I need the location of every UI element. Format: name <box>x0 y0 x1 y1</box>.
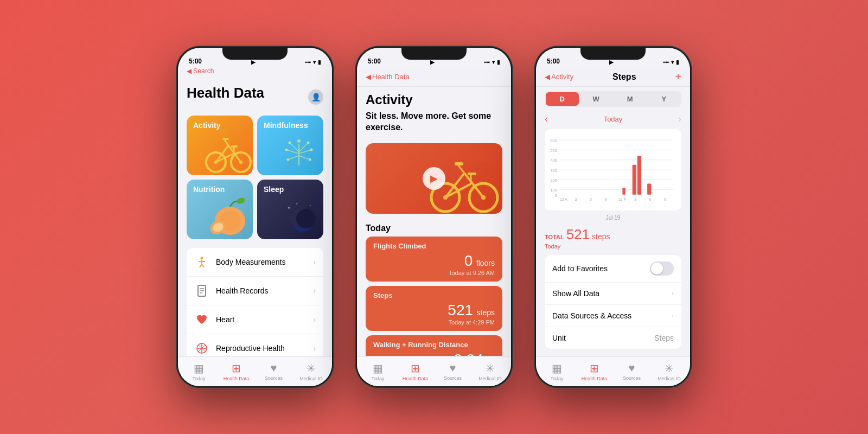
tab-medical-3[interactable]: ✳ Medical ID <box>650 362 688 381</box>
tab-sources-3[interactable]: ♥ Sources <box>613 362 650 381</box>
heart-icon <box>194 312 209 327</box>
sleep-icon: ★ ★ ★ <box>282 198 320 236</box>
bike-icon <box>204 132 253 175</box>
category-activity[interactable]: Activity <box>187 116 253 175</box>
svg-text:500: 500 <box>550 148 557 153</box>
tab-today-2[interactable]: ▦ Today <box>359 362 397 381</box>
tab-sources-label-1: Sources <box>265 375 283 381</box>
svg-text:12 P: 12 P <box>618 197 627 201</box>
tab-sources-1[interactable]: ♥ Sources <box>255 362 292 381</box>
tab-health-2[interactable]: ⊞ Health Data <box>397 362 434 381</box>
date-forward-arrow[interactable]: › <box>678 113 681 125</box>
data-sources-right: › <box>672 312 674 320</box>
svg-line-21 <box>290 156 299 159</box>
chart-svg: 600 500 400 300 200 100 0 12 A 3 6 9 12 … <box>549 133 677 206</box>
svg-line-40 <box>202 264 204 267</box>
options-section: Add to Favorites Show All Data › Data So… <box>545 255 681 349</box>
signal-icon: ▪▪▪ <box>305 59 311 65</box>
back-arrow-1[interactable]: ◀ Search <box>187 67 214 75</box>
back-btn-2[interactable]: ◀ Health Data <box>366 73 410 81</box>
tab-sources-icon-3: ♥ <box>629 362 635 374</box>
list-item-repro[interactable]: Reproductive Health › <box>187 334 323 356</box>
tab-medical-icon-2: ✳ <box>486 362 495 375</box>
unit-right: Steps <box>654 334 674 342</box>
profile-icon[interactable]: 👤 <box>308 90 323 105</box>
tab-health-3[interactable]: ⊞ Health Data <box>576 362 613 381</box>
mindfulness-label: Mindfulness <box>264 121 308 130</box>
category-nutrition[interactable]: Nutrition <box>187 180 253 239</box>
time-1: 5:00 <box>189 58 202 65</box>
svg-point-14 <box>289 142 291 144</box>
unit-label: Unit <box>552 334 566 342</box>
tab-health-icon-3: ⊞ <box>590 362 599 375</box>
tab-medical-label-1: Medical ID <box>299 376 323 381</box>
heart-label: Heart <box>216 315 313 324</box>
battery-icon-2: ▮ <box>497 59 500 65</box>
add-btn-3[interactable]: + <box>675 71 681 83</box>
list-item-body[interactable]: Body Measurements › <box>187 248 323 277</box>
flights-value: 0 <box>464 252 473 269</box>
nav-title-3: Steps <box>612 72 636 82</box>
category-mindfulness[interactable]: Mindfulness <box>257 116 323 175</box>
date-back-arrow[interactable]: ‹ <box>545 113 548 125</box>
location-icon: ▶ <box>251 59 256 65</box>
category-sleep[interactable]: Sleep ★ ★ ★ <box>257 180 323 239</box>
tab-today-label-1: Today <box>192 376 205 381</box>
seg-day[interactable]: D <box>546 92 579 106</box>
show-all-row[interactable]: Show All Data › <box>545 283 681 305</box>
data-sources-label: Data Sources & Access <box>552 311 631 320</box>
data-sources-row[interactable]: Data Sources & Access › <box>545 305 681 327</box>
unit-value: Steps <box>654 334 674 342</box>
seg-year[interactable]: Y <box>648 92 681 106</box>
tab-sources-2[interactable]: ♥ Sources <box>434 362 471 381</box>
tab-medical-1[interactable]: ✳ Medical ID <box>292 362 330 381</box>
svg-line-15 <box>299 144 307 152</box>
list-item-heart[interactable]: Heart › <box>187 305 323 334</box>
date-label: Today <box>604 115 623 123</box>
svg-line-7 <box>225 140 228 145</box>
svg-text:9: 9 <box>604 197 607 201</box>
add-favorites-row[interactable]: Add to Favorites <box>545 255 681 283</box>
distance-card[interactable]: Walking + Running Distance 0.24 mi Today… <box>366 335 502 356</box>
notch-2 <box>401 48 467 60</box>
heart-chevron: › <box>313 315 316 324</box>
distance-title: Walking + Running Distance <box>373 341 495 349</box>
steps-value: 521 <box>448 302 473 318</box>
show-all-chevron: › <box>672 290 674 297</box>
seg-month[interactable]: M <box>614 92 647 106</box>
body-label: Body Measurements <box>216 258 313 266</box>
tab-today-label-3: Today <box>550 376 563 381</box>
health-data-content: Health Data 👤 Activity <box>178 78 332 356</box>
back-btn-3[interactable]: ◀ Activity <box>545 73 573 81</box>
steps-unit: steps <box>477 308 495 317</box>
svg-text:600: 600 <box>550 138 557 143</box>
location-icon-3: ▶ <box>609 59 614 65</box>
repro-icon <box>194 341 209 356</box>
svg-text:100: 100 <box>550 188 557 193</box>
tab-today-3[interactable]: ▦ Today <box>538 362 576 381</box>
total-sub: Today <box>545 243 681 250</box>
phone-2: 5:00 ▶ ▪▪▪ ▾ ▮ ◀ Health Data Activity Si… <box>355 46 513 388</box>
list-item-records[interactable]: Health Records › <box>187 277 323 305</box>
unit-row[interactable]: Unit Steps <box>545 327 681 349</box>
nav-bar-3: ◀ Activity Steps + <box>536 67 690 87</box>
tab-medical-2[interactable]: ✳ Medical ID <box>471 362 509 381</box>
wifi-icon: ▾ <box>313 59 316 65</box>
tab-today-1[interactable]: ▦ Today <box>180 362 218 381</box>
svg-rect-87 <box>637 156 641 194</box>
video-card[interactable]: ▶ <box>366 143 502 214</box>
tab-medical-icon-3: ✳ <box>665 362 674 375</box>
svg-point-35 <box>296 209 316 228</box>
svg-rect-86 <box>633 165 636 195</box>
tab-medical-label-2: Medical ID <box>478 376 502 381</box>
records-chevron: › <box>313 286 316 295</box>
play-button[interactable]: ▶ <box>423 167 445 190</box>
svg-point-16 <box>307 142 310 144</box>
flights-card[interactable]: Flights Climbed 0 floors Today at 9:26 A… <box>366 237 502 282</box>
chart-date-label: Jul 19 <box>536 215 690 223</box>
seg-week[interactable]: W <box>580 92 613 106</box>
tab-health-1[interactable]: ⊞ Health Data <box>218 362 255 381</box>
steps-card[interactable]: Steps 521 steps Today at 4:29 PM <box>366 286 502 331</box>
battery-icon-3: ▮ <box>676 59 679 65</box>
favorites-toggle[interactable] <box>650 261 674 276</box>
